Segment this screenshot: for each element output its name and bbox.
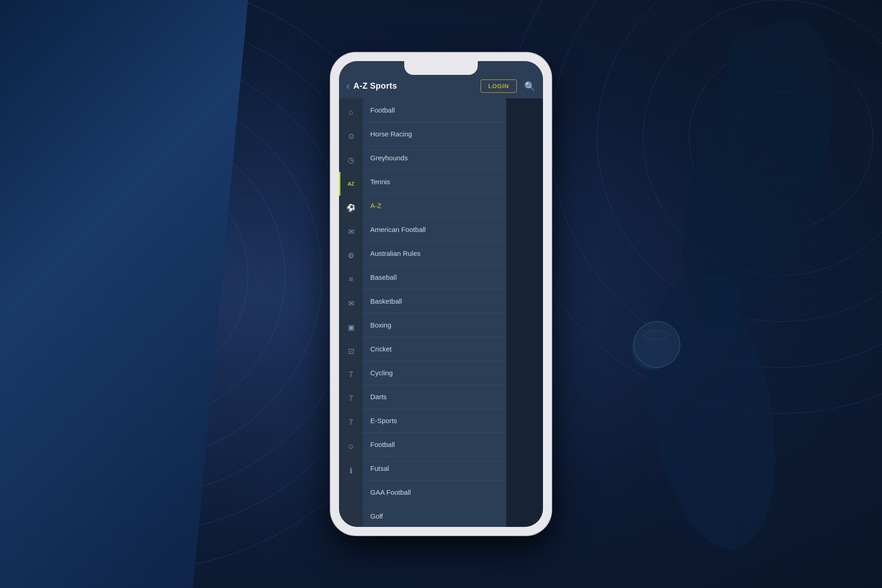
sport-item-label: Horse Racing (370, 130, 412, 138)
sport-item-label: GAA Football (370, 488, 411, 496)
sport-item-label: Basketball (370, 297, 402, 305)
login-button[interactable]: LOGIN (481, 79, 517, 93)
sport-item-label: Darts (370, 393, 387, 401)
right-panel (506, 98, 543, 527)
sport-item-label: Australian Rules (370, 249, 420, 257)
sport-list-item[interactable]: A-Z (363, 194, 506, 218)
sport-list-item[interactable]: Golf (363, 504, 506, 527)
sport-item-label: Futsal (370, 464, 389, 472)
sport-item-label: Football (370, 106, 395, 114)
sport-list-item[interactable]: Boxing (363, 313, 506, 337)
sidebar-icon-camera[interactable]: ⊡ (339, 339, 363, 363)
sidebar-icon-stats[interactable]: ≡ (339, 267, 363, 291)
sidebar-icon-clock[interactable]: ◷ (339, 148, 363, 172)
phone-notch (404, 61, 478, 75)
back-button[interactable]: ‹ (346, 80, 350, 92)
sport-list-item[interactable]: Futsal (363, 457, 506, 481)
sport-list-item[interactable]: GAA Football (363, 481, 506, 504)
sidebar-icon-home[interactable]: ⌂ (339, 100, 363, 124)
sport-list-item[interactable]: Tennis (363, 170, 506, 194)
phone-screen: ‹ A-Z Sports LOGIN 🔍 ⌂⊙◷AZ⚽✉⚙≡✉▣⊡777☺ℹ F… (339, 61, 543, 527)
sport-list-item[interactable]: Cricket (363, 337, 506, 361)
sport-list-item[interactable]: E-Sports (363, 409, 506, 433)
sport-item-label: Baseball (370, 273, 397, 281)
sport-list-item[interactable]: Basketball (363, 289, 506, 313)
sidebar-icon-mail2[interactable]: ✉ (339, 291, 363, 315)
search-icon[interactable]: 🔍 (524, 81, 536, 92)
app-content: ⌂⊙◷AZ⚽✉⚙≡✉▣⊡777☺ℹ FootballHorse RacingGr… (339, 98, 543, 527)
phone-frame: ‹ A-Z Sports LOGIN 🔍 ⌂⊙◷AZ⚽✉⚙≡✉▣⊡777☺ℹ F… (331, 53, 551, 535)
sidebar-icon-seven1[interactable]: 7 (339, 363, 363, 387)
sport-item-label: Football (370, 441, 395, 448)
sport-item-label: Cricket (370, 345, 392, 353)
sports-list: FootballHorse RacingGreyhoundsTennisA-ZA… (363, 98, 506, 527)
sidebar-icon-info[interactable]: ℹ (339, 458, 363, 482)
sidebar-icon-ball[interactable]: ⚽ (339, 196, 363, 220)
sport-item-label: American Football (370, 226, 426, 233)
sidebar-icon-img[interactable]: ▣ (339, 315, 363, 339)
sidebar-icon-mail[interactable]: ✉ (339, 220, 363, 243)
sport-list-item[interactable]: Baseball (363, 266, 506, 289)
sport-item-label: Greyhounds (370, 154, 408, 162)
sport-item-label: Tennis (370, 178, 390, 186)
sport-list-item[interactable]: Football (363, 433, 506, 457)
app-title: A-Z Sports (353, 81, 477, 91)
sidebar-icon-seven2[interactable]: 7 (339, 387, 363, 411)
sidebar-icon-gear[interactable]: ⚙ (339, 243, 363, 267)
sport-list-item[interactable]: Horse Racing (363, 122, 506, 146)
sport-item-label: Boxing (370, 321, 391, 329)
sport-list-item[interactable]: Football (363, 98, 506, 122)
sport-item-label: A-Z (370, 202, 381, 209)
sport-item-label: E-Sports (370, 417, 397, 424)
phone-device: ‹ A-Z Sports LOGIN 🔍 ⌂⊙◷AZ⚽✉⚙≡✉▣⊡777☺ℹ F… (331, 53, 551, 535)
sidebar-icon-search[interactable]: ⊙ (339, 124, 363, 148)
sport-list-item[interactable]: Australian Rules (363, 242, 506, 266)
sport-item-label: Cycling (370, 369, 393, 377)
sport-list-item[interactable]: Cycling (363, 361, 506, 385)
sport-item-label: Golf (370, 512, 383, 520)
sidebar-icon-person[interactable]: ☺ (339, 435, 363, 458)
sidebar-nav: ⌂⊙◷AZ⚽✉⚙≡✉▣⊡777☺ℹ (339, 98, 363, 527)
sidebar-icon-seven3[interactable]: 7 (339, 411, 363, 435)
sport-list-item[interactable]: Greyhounds (363, 146, 506, 170)
sport-list-item[interactable]: American Football (363, 218, 506, 242)
sport-list-item[interactable]: Darts (363, 385, 506, 409)
sidebar-icon-az[interactable]: AZ (339, 172, 363, 196)
